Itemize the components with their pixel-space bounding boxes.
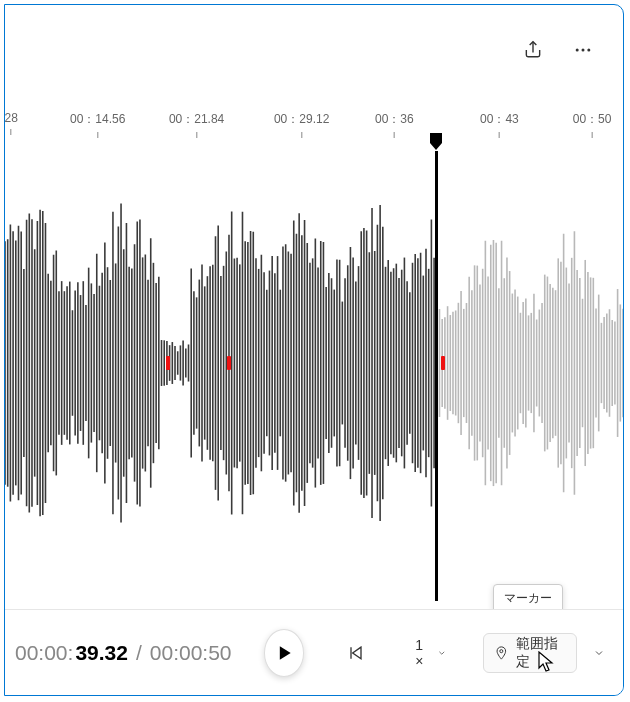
current-time-main: 39.32	[75, 641, 128, 665]
share-button[interactable]	[517, 34, 549, 66]
waveform-marker[interactable]	[441, 356, 445, 370]
skip-back-icon	[346, 643, 366, 663]
ruler-tick: 00：50	[573, 111, 612, 138]
ruler-tick: 00：29.12	[274, 111, 329, 138]
playback-speed-button[interactable]: 1 ×	[407, 633, 455, 673]
top-toolbar	[5, 5, 623, 95]
playback-controls: 00:00: 39.32 / 00:00:50 1 ×	[5, 609, 623, 695]
range-dropdown-button[interactable]	[585, 633, 613, 673]
more-button[interactable]	[567, 34, 599, 66]
svg-point-1	[582, 49, 585, 52]
svg-point-2	[587, 49, 590, 52]
ruler-tick: 00：36	[375, 111, 414, 138]
timeline-ruler[interactable]: 2800：14.5600：21.8400：29.1200：3600：4300：5…	[5, 111, 623, 141]
range-select-button[interactable]: 範囲指定	[483, 633, 577, 673]
ruler-tick: 00：14.56	[70, 111, 125, 138]
waveform-area[interactable]	[5, 163, 623, 595]
ruler-tick: 28	[4, 111, 17, 135]
svg-point-0	[576, 49, 579, 52]
range-label: 範囲指定	[516, 635, 562, 671]
ruler-tick: 00：21.84	[169, 111, 224, 138]
playhead[interactable]	[435, 151, 438, 601]
waveform-marker[interactable]	[166, 356, 170, 370]
playhead-handle-icon[interactable]	[428, 133, 444, 151]
waveform-marker[interactable]	[227, 356, 231, 370]
waveform[interactable]	[5, 183, 623, 543]
current-time-prefix: 00:00:	[15, 641, 73, 665]
share-icon	[523, 40, 543, 60]
speed-label: 1 ×	[415, 637, 431, 669]
ruler-tick: 00：43	[480, 111, 519, 138]
pin-icon	[494, 644, 509, 662]
app-window: 2800：14.5600：21.8400：29.1200：3600：4300：5…	[4, 4, 624, 696]
time-separator: /	[136, 641, 142, 665]
chevron-down-icon	[437, 647, 447, 659]
play-button[interactable]	[264, 629, 304, 677]
chevron-down-icon	[593, 646, 605, 660]
svg-point-234	[500, 649, 503, 652]
time-display: 00:00: 39.32 / 00:00:50	[15, 641, 232, 665]
total-time: 00:00:50	[150, 641, 232, 665]
play-icon	[274, 643, 294, 663]
more-icon	[573, 40, 593, 60]
skip-back-button[interactable]	[336, 633, 375, 673]
tooltip-text: マーカー	[504, 591, 552, 605]
